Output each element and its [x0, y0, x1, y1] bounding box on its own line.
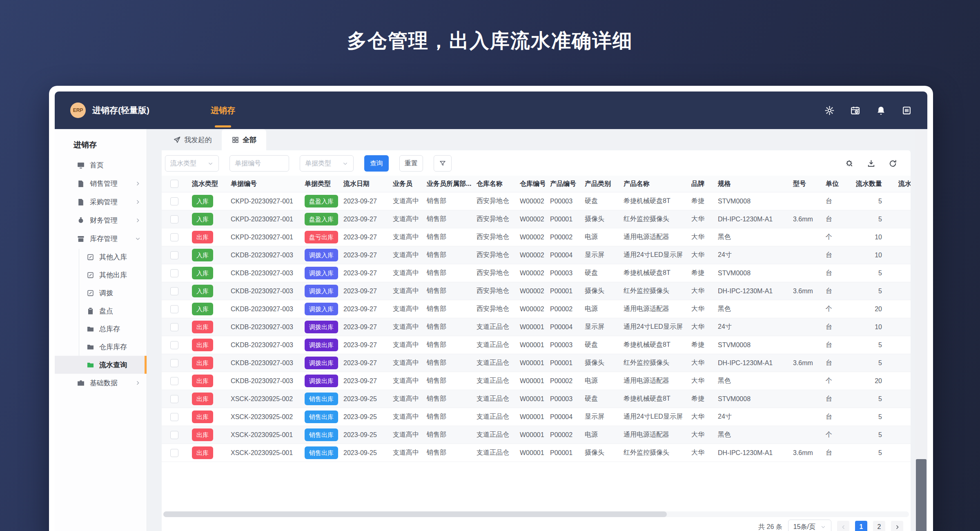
flow-type-placeholder: 流水类型: [170, 159, 196, 168]
sidebar-item-label: 销售管理: [90, 179, 118, 188]
refresh-icon[interactable]: [888, 159, 898, 168]
row-checkbox[interactable]: [170, 287, 178, 295]
cell-wh_no: W00001: [515, 377, 545, 385]
horizontal-scrollbar[interactable]: [163, 511, 909, 517]
row-checkbox[interactable]: [170, 359, 178, 367]
download-icon[interactable]: [866, 159, 876, 168]
column-settings-icon[interactable]: [845, 159, 854, 168]
cell-brand: 大华: [686, 215, 713, 223]
cell-unit: 个: [821, 233, 849, 241]
sidebar-item-盘点[interactable]: 盘点: [55, 302, 147, 320]
table-row[interactable]: 入库CKPD-20230927-001盘盈入库2023-09-27支道高中销售部…: [162, 192, 911, 210]
filter-funnel-button[interactable]: [434, 155, 452, 172]
cell-spec: STVM0008: [713, 341, 788, 349]
tab-my-initiated[interactable]: 我发起的: [163, 129, 222, 150]
flow-type-badge: 入库: [192, 303, 213, 315]
sidebar-item-其他出库[interactable]: 其他出库: [55, 266, 147, 284]
cell-dept: 销售部: [422, 197, 472, 205]
cell-doc_type: 调拨出库: [300, 357, 339, 369]
cell-agent: 支道高中: [388, 395, 422, 403]
row-checkbox[interactable]: [170, 341, 178, 349]
table-row[interactable]: 出库CKPD-20230927-001盘亏出库2023-09-27支道高中销售部…: [162, 228, 911, 246]
row-checkbox[interactable]: [170, 269, 178, 277]
settings-icon[interactable]: [824, 105, 835, 116]
horizontal-scrollbar-thumb[interactable]: [163, 511, 667, 517]
cell-dept: 销售部: [422, 215, 472, 223]
sidebar-item-调拨[interactable]: 调拨: [55, 284, 147, 302]
vertical-scrollbar-thumb[interactable]: [916, 459, 927, 531]
column-header-spec: 规格: [713, 180, 788, 188]
notification-icon[interactable]: [876, 105, 886, 116]
order-icon: [77, 198, 85, 206]
cell-unit: 个: [821, 305, 849, 313]
next-page-button[interactable]: [891, 521, 903, 531]
tab-all[interactable]: 全部: [222, 129, 266, 150]
doc-type-select[interactable]: 单据类型: [300, 155, 354, 172]
table-row[interactable]: 出库XSCK-20230925-002销售出库2023-09-25支道高中销售部…: [162, 408, 911, 426]
table-row[interactable]: 入库CKDB-20230927-003调拨入库2023-09-27支道高中销售部…: [162, 282, 911, 300]
cell-wh_name: 支道正品仓: [472, 448, 515, 457]
row-checkbox[interactable]: [170, 377, 178, 385]
page-size-select[interactable]: 15条/页: [788, 520, 831, 531]
schedule-icon[interactable]: [850, 105, 860, 116]
sidebar-item-基础数据[interactable]: 基础数据: [55, 374, 147, 392]
sidebar-item-首页[interactable]: 首页: [55, 156, 147, 174]
table-row[interactable]: 出库XSCK-20230925-001销售出库2023-09-25支道高中销售部…: [162, 444, 911, 462]
sidebar-item-流水查询[interactable]: 流水查询: [55, 356, 147, 374]
cell-date: 2023-09-27: [339, 252, 388, 259]
row-checkbox[interactable]: [170, 431, 178, 439]
query-button[interactable]: 查询: [364, 155, 389, 172]
stage: 多仓管理，出入库流水准确详细 ERP 进销存(轻量版) 进销存 进销存 首页销售…: [0, 0, 980, 531]
sidebar-item-采购管理[interactable]: 采购管理: [55, 193, 147, 211]
row-checkbox[interactable]: [170, 215, 178, 223]
row-checkbox[interactable]: [170, 305, 178, 313]
cell-qty: 5: [849, 198, 893, 205]
cell-p_name: 通用24寸LED显示屏: [619, 413, 686, 421]
column-header-p_cat: 产品类别: [580, 180, 619, 188]
reset-button[interactable]: 重置: [399, 155, 423, 172]
row-checkbox[interactable]: [170, 197, 178, 205]
cell-flow: 入库: [187, 267, 226, 279]
sidebar-item-财务管理[interactable]: 财务管理: [55, 211, 147, 230]
row-checkbox[interactable]: [170, 180, 178, 188]
row-checkbox[interactable]: [170, 449, 178, 457]
flow-type-select[interactable]: 流水类型: [165, 155, 219, 172]
table-row[interactable]: 入库CKDB-20230927-003调拨入库2023-09-27支道高中销售部…: [162, 264, 911, 282]
table-row[interactable]: 出库CKDB-20230927-003调拨出库2023-09-27支道高中销售部…: [162, 372, 911, 390]
navbar-tab-active[interactable]: 进销存: [211, 91, 235, 129]
row-checkbox[interactable]: [170, 413, 178, 421]
table-row[interactable]: 出库CKDB-20230927-003调拨出库2023-09-27支道高中销售部…: [162, 336, 911, 354]
table-row[interactable]: 入库CKDB-20230927-003调拨入库2023-09-27支道高中销售部…: [162, 246, 911, 264]
flow-type-badge: 出库: [192, 411, 213, 423]
sidebar-item-销售管理[interactable]: 销售管理: [55, 174, 147, 193]
table-row[interactable]: 出库CKDB-20230927-003调拨出库2023-09-27支道高中销售部…: [162, 354, 911, 372]
table-row[interactable]: 出库XSCK-20230925-001销售出库2023-09-25支道高中销售部…: [162, 426, 911, 444]
row-checkbox[interactable]: [170, 233, 178, 241]
console-icon[interactable]: [902, 105, 912, 116]
cell-brand: 大华: [686, 287, 713, 295]
table-row[interactable]: 出库CKDB-20230927-003调拨出库2023-09-27支道高中销售部…: [162, 318, 911, 336]
sidebar-item-其他入库[interactable]: 其他入库: [55, 248, 147, 266]
sidebar-item-库存管理[interactable]: 库存管理: [55, 230, 147, 248]
cell-doc_no: XSCK-20230925-002: [226, 413, 300, 421]
cell-p_cat: 电源: [580, 377, 619, 385]
table-row[interactable]: 入库CKPD-20230927-001盘盈入库2023-09-27支道高中销售部…: [162, 210, 911, 228]
page-button-1[interactable]: 1: [855, 521, 867, 531]
vertical-scrollbar[interactable]: [915, 129, 927, 531]
sidebar-item-仓库库存[interactable]: 仓库库存: [55, 338, 147, 356]
page-button-2[interactable]: 2: [873, 521, 885, 531]
column-header-doc_type: 单据类型: [300, 180, 339, 188]
prev-page-button[interactable]: [837, 521, 849, 531]
cell-wh_name: 西安异地仓: [472, 269, 515, 277]
cell-dept: 销售部: [422, 341, 472, 349]
doc-no-input[interactable]: 单据编号: [229, 155, 289, 172]
cell-unit: 台: [821, 341, 849, 349]
row-checkbox[interactable]: [170, 395, 178, 403]
cell-p_name: 通用电源适配器: [619, 377, 686, 385]
cell-agent: 支道高中: [388, 323, 422, 331]
row-checkbox[interactable]: [170, 251, 178, 259]
table-row[interactable]: 出库XSCK-20230925-002销售出库2023-09-25支道高中销售部…: [162, 390, 911, 408]
sidebar-item-总库存[interactable]: 总库存: [55, 320, 147, 338]
row-checkbox[interactable]: [170, 323, 178, 331]
table-row[interactable]: 入库CKDB-20230927-003调拨入库2023-09-27支道高中销售部…: [162, 300, 911, 318]
